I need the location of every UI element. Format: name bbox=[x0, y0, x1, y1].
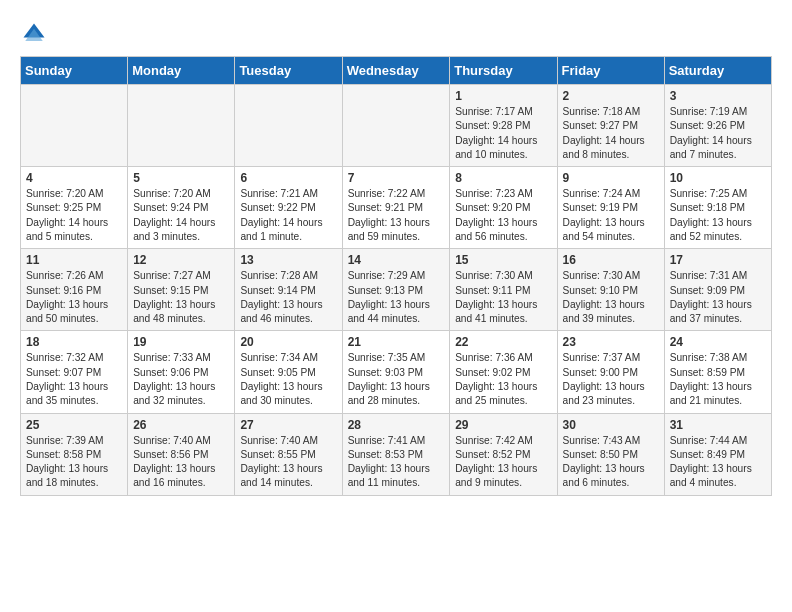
day-info: Sunrise: 7:17 AM Sunset: 9:28 PM Dayligh… bbox=[455, 105, 551, 162]
calendar-cell: 21Sunrise: 7:35 AM Sunset: 9:03 PM Dayli… bbox=[342, 331, 450, 413]
day-info: Sunrise: 7:18 AM Sunset: 9:27 PM Dayligh… bbox=[563, 105, 659, 162]
day-number: 25 bbox=[26, 418, 122, 432]
day-info: Sunrise: 7:20 AM Sunset: 9:24 PM Dayligh… bbox=[133, 187, 229, 244]
calendar-cell: 23Sunrise: 7:37 AM Sunset: 9:00 PM Dayli… bbox=[557, 331, 664, 413]
day-info: Sunrise: 7:20 AM Sunset: 9:25 PM Dayligh… bbox=[26, 187, 122, 244]
day-number: 3 bbox=[670, 89, 766, 103]
calendar-cell: 6Sunrise: 7:21 AM Sunset: 9:22 PM Daylig… bbox=[235, 167, 342, 249]
calendar-cell: 15Sunrise: 7:30 AM Sunset: 9:11 PM Dayli… bbox=[450, 249, 557, 331]
calendar-cell: 28Sunrise: 7:41 AM Sunset: 8:53 PM Dayli… bbox=[342, 413, 450, 495]
calendar-cell: 16Sunrise: 7:30 AM Sunset: 9:10 PM Dayli… bbox=[557, 249, 664, 331]
day-info: Sunrise: 7:30 AM Sunset: 9:10 PM Dayligh… bbox=[563, 269, 659, 326]
day-number: 31 bbox=[670, 418, 766, 432]
day-info: Sunrise: 7:21 AM Sunset: 9:22 PM Dayligh… bbox=[240, 187, 336, 244]
day-number: 21 bbox=[348, 335, 445, 349]
col-header-monday: Monday bbox=[128, 57, 235, 85]
logo bbox=[20, 20, 52, 48]
col-header-friday: Friday bbox=[557, 57, 664, 85]
day-number: 6 bbox=[240, 171, 336, 185]
calendar-cell: 9Sunrise: 7:24 AM Sunset: 9:19 PM Daylig… bbox=[557, 167, 664, 249]
day-info: Sunrise: 7:43 AM Sunset: 8:50 PM Dayligh… bbox=[563, 434, 659, 491]
calendar-week-row: 1Sunrise: 7:17 AM Sunset: 9:28 PM Daylig… bbox=[21, 85, 772, 167]
day-info: Sunrise: 7:40 AM Sunset: 8:55 PM Dayligh… bbox=[240, 434, 336, 491]
calendar-cell: 1Sunrise: 7:17 AM Sunset: 9:28 PM Daylig… bbox=[450, 85, 557, 167]
day-info: Sunrise: 7:40 AM Sunset: 8:56 PM Dayligh… bbox=[133, 434, 229, 491]
calendar-week-row: 18Sunrise: 7:32 AM Sunset: 9:07 PM Dayli… bbox=[21, 331, 772, 413]
day-number: 7 bbox=[348, 171, 445, 185]
day-info: Sunrise: 7:34 AM Sunset: 9:05 PM Dayligh… bbox=[240, 351, 336, 408]
calendar-header-row: SundayMondayTuesdayWednesdayThursdayFrid… bbox=[21, 57, 772, 85]
day-number: 24 bbox=[670, 335, 766, 349]
calendar-cell: 25Sunrise: 7:39 AM Sunset: 8:58 PM Dayli… bbox=[21, 413, 128, 495]
day-info: Sunrise: 7:28 AM Sunset: 9:14 PM Dayligh… bbox=[240, 269, 336, 326]
calendar-cell: 7Sunrise: 7:22 AM Sunset: 9:21 PM Daylig… bbox=[342, 167, 450, 249]
page-header bbox=[20, 20, 772, 48]
day-info: Sunrise: 7:25 AM Sunset: 9:18 PM Dayligh… bbox=[670, 187, 766, 244]
col-header-saturday: Saturday bbox=[664, 57, 771, 85]
day-info: Sunrise: 7:36 AM Sunset: 9:02 PM Dayligh… bbox=[455, 351, 551, 408]
calendar-cell: 20Sunrise: 7:34 AM Sunset: 9:05 PM Dayli… bbox=[235, 331, 342, 413]
day-number: 1 bbox=[455, 89, 551, 103]
calendar-cell: 8Sunrise: 7:23 AM Sunset: 9:20 PM Daylig… bbox=[450, 167, 557, 249]
day-info: Sunrise: 7:31 AM Sunset: 9:09 PM Dayligh… bbox=[670, 269, 766, 326]
day-number: 23 bbox=[563, 335, 659, 349]
calendar-cell: 4Sunrise: 7:20 AM Sunset: 9:25 PM Daylig… bbox=[21, 167, 128, 249]
calendar-week-row: 4Sunrise: 7:20 AM Sunset: 9:25 PM Daylig… bbox=[21, 167, 772, 249]
calendar-cell: 19Sunrise: 7:33 AM Sunset: 9:06 PM Dayli… bbox=[128, 331, 235, 413]
calendar-cell: 26Sunrise: 7:40 AM Sunset: 8:56 PM Dayli… bbox=[128, 413, 235, 495]
day-number: 26 bbox=[133, 418, 229, 432]
day-info: Sunrise: 7:33 AM Sunset: 9:06 PM Dayligh… bbox=[133, 351, 229, 408]
calendar-cell: 17Sunrise: 7:31 AM Sunset: 9:09 PM Dayli… bbox=[664, 249, 771, 331]
day-number: 4 bbox=[26, 171, 122, 185]
day-info: Sunrise: 7:29 AM Sunset: 9:13 PM Dayligh… bbox=[348, 269, 445, 326]
day-number: 18 bbox=[26, 335, 122, 349]
day-number: 17 bbox=[670, 253, 766, 267]
calendar-cell: 5Sunrise: 7:20 AM Sunset: 9:24 PM Daylig… bbox=[128, 167, 235, 249]
col-header-tuesday: Tuesday bbox=[235, 57, 342, 85]
day-info: Sunrise: 7:32 AM Sunset: 9:07 PM Dayligh… bbox=[26, 351, 122, 408]
day-info: Sunrise: 7:37 AM Sunset: 9:00 PM Dayligh… bbox=[563, 351, 659, 408]
day-number: 15 bbox=[455, 253, 551, 267]
calendar-cell: 2Sunrise: 7:18 AM Sunset: 9:27 PM Daylig… bbox=[557, 85, 664, 167]
day-number: 27 bbox=[240, 418, 336, 432]
calendar-cell: 14Sunrise: 7:29 AM Sunset: 9:13 PM Dayli… bbox=[342, 249, 450, 331]
calendar-table: SundayMondayTuesdayWednesdayThursdayFrid… bbox=[20, 56, 772, 496]
calendar-cell: 12Sunrise: 7:27 AM Sunset: 9:15 PM Dayli… bbox=[128, 249, 235, 331]
col-header-thursday: Thursday bbox=[450, 57, 557, 85]
col-header-wednesday: Wednesday bbox=[342, 57, 450, 85]
calendar-cell: 22Sunrise: 7:36 AM Sunset: 9:02 PM Dayli… bbox=[450, 331, 557, 413]
calendar-cell: 13Sunrise: 7:28 AM Sunset: 9:14 PM Dayli… bbox=[235, 249, 342, 331]
day-info: Sunrise: 7:24 AM Sunset: 9:19 PM Dayligh… bbox=[563, 187, 659, 244]
day-info: Sunrise: 7:44 AM Sunset: 8:49 PM Dayligh… bbox=[670, 434, 766, 491]
day-number: 13 bbox=[240, 253, 336, 267]
day-info: Sunrise: 7:41 AM Sunset: 8:53 PM Dayligh… bbox=[348, 434, 445, 491]
calendar-cell: 3Sunrise: 7:19 AM Sunset: 9:26 PM Daylig… bbox=[664, 85, 771, 167]
calendar-cell: 18Sunrise: 7:32 AM Sunset: 9:07 PM Dayli… bbox=[21, 331, 128, 413]
day-number: 16 bbox=[563, 253, 659, 267]
day-info: Sunrise: 7:22 AM Sunset: 9:21 PM Dayligh… bbox=[348, 187, 445, 244]
day-number: 19 bbox=[133, 335, 229, 349]
day-info: Sunrise: 7:23 AM Sunset: 9:20 PM Dayligh… bbox=[455, 187, 551, 244]
calendar-cell bbox=[128, 85, 235, 167]
day-number: 9 bbox=[563, 171, 659, 185]
calendar-cell: 30Sunrise: 7:43 AM Sunset: 8:50 PM Dayli… bbox=[557, 413, 664, 495]
day-info: Sunrise: 7:38 AM Sunset: 8:59 PM Dayligh… bbox=[670, 351, 766, 408]
day-info: Sunrise: 7:26 AM Sunset: 9:16 PM Dayligh… bbox=[26, 269, 122, 326]
calendar-cell bbox=[342, 85, 450, 167]
day-info: Sunrise: 7:35 AM Sunset: 9:03 PM Dayligh… bbox=[348, 351, 445, 408]
calendar-cell: 10Sunrise: 7:25 AM Sunset: 9:18 PM Dayli… bbox=[664, 167, 771, 249]
day-info: Sunrise: 7:30 AM Sunset: 9:11 PM Dayligh… bbox=[455, 269, 551, 326]
day-number: 5 bbox=[133, 171, 229, 185]
day-number: 8 bbox=[455, 171, 551, 185]
day-info: Sunrise: 7:42 AM Sunset: 8:52 PM Dayligh… bbox=[455, 434, 551, 491]
col-header-sunday: Sunday bbox=[21, 57, 128, 85]
day-info: Sunrise: 7:19 AM Sunset: 9:26 PM Dayligh… bbox=[670, 105, 766, 162]
logo-icon bbox=[20, 20, 48, 48]
day-number: 30 bbox=[563, 418, 659, 432]
calendar-week-row: 11Sunrise: 7:26 AM Sunset: 9:16 PM Dayli… bbox=[21, 249, 772, 331]
day-number: 29 bbox=[455, 418, 551, 432]
calendar-cell: 24Sunrise: 7:38 AM Sunset: 8:59 PM Dayli… bbox=[664, 331, 771, 413]
day-info: Sunrise: 7:27 AM Sunset: 9:15 PM Dayligh… bbox=[133, 269, 229, 326]
day-number: 11 bbox=[26, 253, 122, 267]
calendar-cell: 27Sunrise: 7:40 AM Sunset: 8:55 PM Dayli… bbox=[235, 413, 342, 495]
